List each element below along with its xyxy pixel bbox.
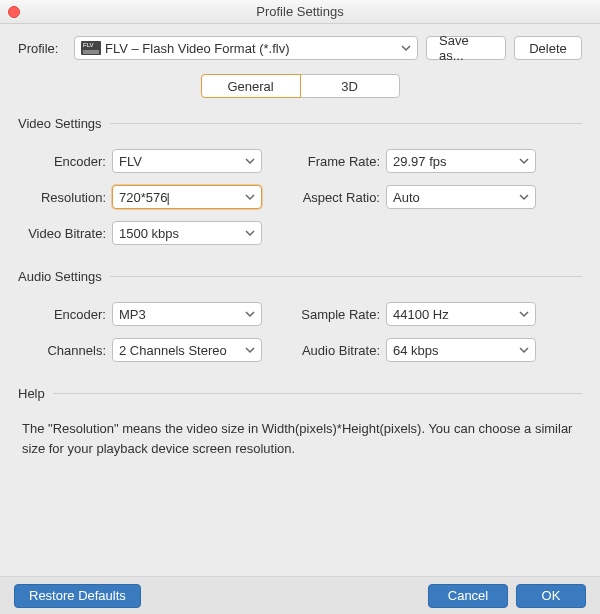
restore-defaults-button[interactable]: Restore Defaults xyxy=(14,584,141,608)
audio-settings-legend: Audio Settings xyxy=(18,269,110,284)
aspect-ratio-dropdown[interactable]: Auto xyxy=(386,185,536,209)
video-bitrate-label: Video Bitrate: xyxy=(18,226,112,241)
tab-general[interactable]: General xyxy=(201,74,301,98)
video-settings-legend: Video Settings xyxy=(18,116,110,131)
chevron-down-icon xyxy=(519,345,529,355)
flv-icon xyxy=(81,41,101,55)
chevron-down-icon xyxy=(245,345,255,355)
footer: Restore Defaults Cancel OK xyxy=(0,576,600,614)
resolution-dropdown[interactable]: 720*576 xyxy=(112,185,262,209)
frame-rate-dropdown[interactable]: 29.97 fps xyxy=(386,149,536,173)
ok-button[interactable]: OK xyxy=(516,584,586,608)
audio-encoder-dropdown[interactable]: MP3 xyxy=(112,302,262,326)
chevron-down-icon xyxy=(245,156,255,166)
video-encoder-dropdown[interactable]: FLV xyxy=(112,149,262,173)
delete-button[interactable]: Delete xyxy=(514,36,582,60)
sample-rate-dropdown[interactable]: 44100 Hz xyxy=(386,302,536,326)
video-settings-group: Video Settings Encoder: FLV Frame Rate: … xyxy=(18,116,582,245)
help-text: The "Resolution" means the video size in… xyxy=(18,419,582,458)
chevron-down-icon xyxy=(401,43,411,53)
chevron-down-icon xyxy=(519,192,529,202)
audio-bitrate-dropdown[interactable]: 64 kbps xyxy=(386,338,536,362)
channels-dropdown[interactable]: 2 Channels Stereo xyxy=(112,338,262,362)
chevron-down-icon xyxy=(519,156,529,166)
profile-dropdown[interactable]: FLV – Flash Video Format (*.flv) xyxy=(74,36,418,60)
resolution-label: Resolution: xyxy=(18,190,112,205)
tabs: General 3D xyxy=(18,74,582,98)
tab-3d[interactable]: 3D xyxy=(300,74,400,98)
audio-encoder-label: Encoder: xyxy=(18,307,112,322)
help-legend: Help xyxy=(18,386,53,401)
profile-label: Profile: xyxy=(18,41,66,56)
chevron-down-icon xyxy=(245,228,255,238)
help-group: Help The "Resolution" means the video si… xyxy=(18,386,582,458)
audio-settings-group: Audio Settings Encoder: MP3 Sample Rate:… xyxy=(18,269,582,362)
encoder-label: Encoder: xyxy=(18,154,112,169)
aspect-ratio-label: Aspect Ratio: xyxy=(292,190,386,205)
window-title: Profile Settings xyxy=(0,4,600,19)
chevron-down-icon xyxy=(245,309,255,319)
chevron-down-icon xyxy=(519,309,529,319)
channels-label: Channels: xyxy=(18,343,112,358)
profile-value: FLV – Flash Video Format (*.flv) xyxy=(105,41,289,56)
save-as-button[interactable]: Save as... xyxy=(426,36,506,60)
sample-rate-label: Sample Rate: xyxy=(292,307,386,322)
chevron-down-icon xyxy=(245,192,255,202)
frame-rate-label: Frame Rate: xyxy=(292,154,386,169)
titlebar: Profile Settings xyxy=(0,0,600,24)
cancel-button[interactable]: Cancel xyxy=(428,584,508,608)
video-bitrate-dropdown[interactable]: 1500 kbps xyxy=(112,221,262,245)
audio-bitrate-label: Audio Bitrate: xyxy=(292,343,386,358)
